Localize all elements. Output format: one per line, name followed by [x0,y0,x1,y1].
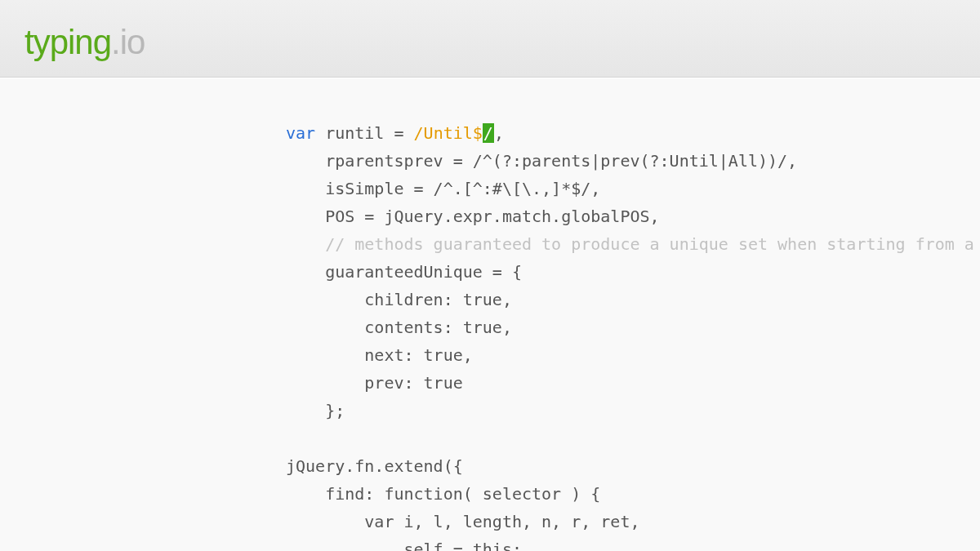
site-logo[interactable]: typing.io [24,23,956,62]
code-line: children: true, [286,290,512,309]
code-typing-area[interactable]: var runtil = /Until$/, rparentsprev = /^… [0,78,980,551]
editor-panel: var runtil = /Until$/, rparentsprev = /^… [0,78,980,551]
code-line: var i, l, length, n, r, ret, [286,512,639,531]
code-text: runtil = [315,123,413,143]
code-line: POS = jQuery.expr.match.globalPOS, [286,207,660,226]
code-line: self = this; [286,540,522,551]
code-line: prev: true [286,373,463,393]
logo-sub: .io [111,23,145,61]
typing-cursor: / [483,123,494,143]
code-line: contents: true, [286,318,512,337]
header-bar: typing.io [0,0,980,78]
code-line: jQuery.fn.extend({ [286,456,463,476]
code-comment: // methods guaranteed to produce a uniqu… [286,234,980,254]
code-line: }; [286,401,345,420]
code-line: isSimple = /^.[^:#\[\.,]*$/, [286,179,600,198]
typed-text: /Until$ [414,123,483,143]
code-line: rparentsprev = /^(?:parents|prev(?:Until… [286,151,797,171]
code-line: guaranteedUnique = { [286,262,522,282]
code-line: next: true, [286,345,473,365]
code-line: find: function( selector ) { [286,484,600,504]
logo-main: typing [24,23,111,61]
keyword-var: var [286,123,315,143]
code-text: , [494,123,504,143]
